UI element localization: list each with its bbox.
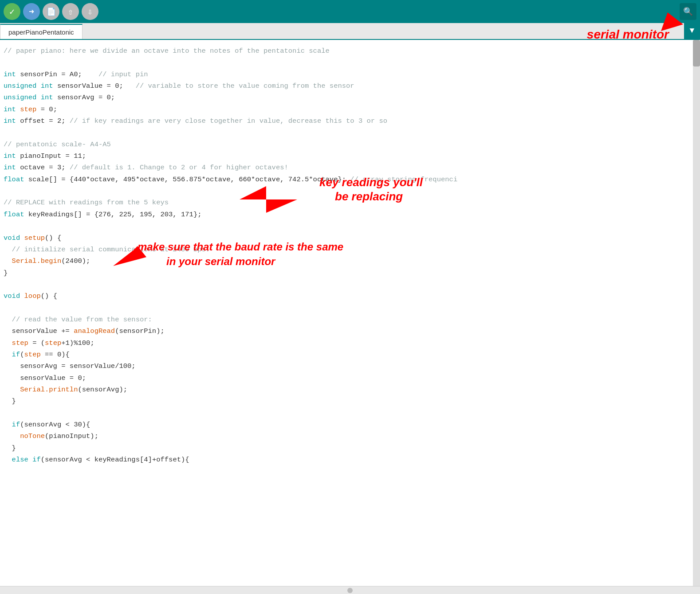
- code-line-11: int octave = 3; // default is 1. Change …: [4, 162, 696, 173]
- code-line-17: void setup() {: [4, 232, 696, 244]
- code-line-blank6: [4, 302, 696, 314]
- code-line-33: if(sensorAvg < 30){: [4, 419, 696, 430]
- code-line-25: sensorValue += analogRead(sensorPin);: [4, 325, 696, 337]
- upload-button[interactable]: ➜: [23, 3, 40, 20]
- code-line-18: // initialize serial communications at 2…: [4, 244, 696, 255]
- code-line-6: int step = 0;: [4, 104, 696, 115]
- open-button[interactable]: ⇧: [62, 3, 79, 20]
- scroll-indicator: [347, 588, 353, 593]
- code-line-31: }: [4, 395, 696, 407]
- tab-paperPianoPentatonic[interactable]: paperPianoPentatonic: [0, 24, 83, 39]
- code-line-27: if(step == 0){: [4, 349, 696, 360]
- code-line-36: else if(sensorAvg < keyReadings[4]+offse…: [4, 454, 696, 465]
- code-line-blank1: [4, 57, 696, 68]
- code-line-34: noTone(pianoInput);: [4, 430, 696, 442]
- new-button[interactable]: 📄: [43, 3, 59, 20]
- code-line-35: }: [4, 442, 696, 454]
- code-line-19: Serial.begin(2400);: [4, 255, 696, 267]
- code-line-4: unsigned int sensorValue = 0; // variabl…: [4, 80, 696, 92]
- code-line-14: // REPLACE with readings from the 5 keys: [4, 197, 696, 208]
- app-window: ✓ ➜ 📄 ⇧ ⇩ 🔍 paperPianoPentatonic ▼ seria…: [0, 0, 700, 594]
- code-line-1: // paper piano: here we divide an octave…: [4, 45, 696, 57]
- tabbar-dropdown[interactable]: ▼: [684, 22, 700, 39]
- code-line-blank7: [4, 407, 696, 419]
- verify-button[interactable]: ✓: [4, 3, 20, 20]
- save-button[interactable]: ⇩: [82, 3, 98, 20]
- code-line-15: float keyReadings[] = {276, 225, 195, 20…: [4, 209, 696, 220]
- code-line-10: int pianoInput = 11;: [4, 150, 696, 162]
- code-line-9: // pentatonic scale- A4-A5: [4, 139, 696, 150]
- code-line-blank3: [4, 185, 696, 197]
- toolbar: ✓ ➜ 📄 ⇧ ⇩ 🔍: [0, 0, 700, 23]
- search-button[interactable]: 🔍: [680, 3, 696, 20]
- code-line-24: // read the value from the sensor:: [4, 314, 696, 325]
- scrollbar[interactable]: [693, 40, 700, 586]
- tabbar: paperPianoPentatonic ▼: [0, 23, 700, 40]
- bottom-bar: [0, 586, 700, 594]
- code-line-12: float scale[] = {440*octave, 495*octave,…: [4, 174, 696, 185]
- code-line-26: step = (step+1)%100;: [4, 337, 696, 349]
- code-line-5: unsigned int sensorAvg = 0;: [4, 92, 696, 103]
- code-line-20: }: [4, 267, 696, 279]
- code-editor[interactable]: // paper piano: here we divide an octave…: [0, 40, 700, 586]
- code-line-blank2: [4, 127, 696, 138]
- scrollbar-thumb[interactable]: [693, 40, 700, 66]
- code-line-blank5: [4, 279, 696, 290]
- code-line-blank4: [4, 220, 696, 232]
- code-line-29: sensorValue = 0;: [4, 372, 696, 384]
- code-line-30: Serial.println(sensorAvg);: [4, 384, 696, 395]
- code-line-22: void loop() {: [4, 290, 696, 302]
- code-line-28: sensorAvg = sensorValue/100;: [4, 360, 696, 372]
- code-line-7: int offset = 2; // if key readings are v…: [4, 115, 696, 127]
- code-line-3: int sensorPin = A0; // input pin: [4, 69, 696, 80]
